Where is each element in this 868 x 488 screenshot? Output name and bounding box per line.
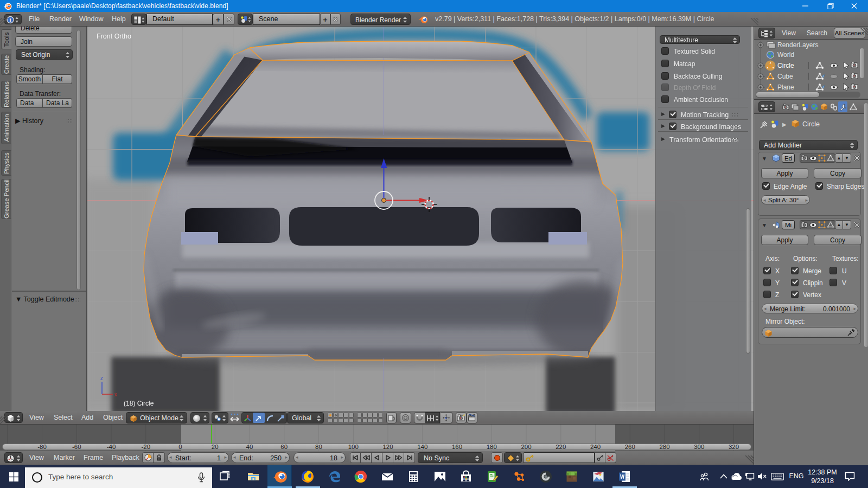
svg-text:Front Ortho: Front Ortho xyxy=(97,33,131,40)
svg-text:RenderLayers: RenderLayers xyxy=(777,41,818,49)
svg-text:z: z xyxy=(100,375,103,381)
svg-text:Cube: Cube xyxy=(777,73,793,80)
svg-text:x: x xyxy=(114,391,117,397)
svg-text:World: World xyxy=(777,51,794,59)
svg-text:i: i xyxy=(10,17,11,23)
svg-text:Plane: Plane xyxy=(777,84,794,91)
svg-text:Circle: Circle xyxy=(777,62,794,69)
svg-text:(18) Circle: (18) Circle xyxy=(124,400,154,407)
